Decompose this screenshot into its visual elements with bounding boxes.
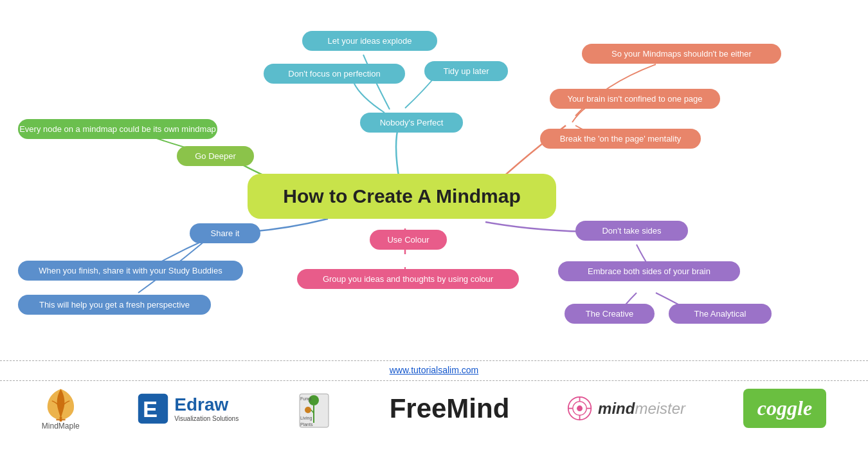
coggle-label: coggle: [757, 396, 812, 420]
group-ideas-node: Group you ideas and thoughts by using co…: [297, 269, 519, 289]
svg-rect-1: [56, 419, 66, 420]
so-mindmaps-node: So your Mindmaps shouldn't be either: [582, 44, 781, 64]
mindmap-area: How to Create A Mindmap Nobody's Perfect…: [0, 0, 868, 360]
svg-point-8: [305, 407, 311, 413]
freemind-label: FreeMind: [390, 393, 510, 423]
svg-text:Fungi: Fungi: [300, 396, 312, 402]
svg-point-15: [577, 405, 583, 411]
go-deeper-node: Go Deeper: [177, 146, 254, 166]
mind-text: mind: [598, 400, 635, 417]
central-node: How to Create A Mindmap: [248, 174, 556, 219]
edraw-sub-label: Visualization Solutions: [174, 415, 239, 422]
brain-confined-node: Your brain isn't confined to one page: [550, 89, 720, 109]
edraw-text-block: Edraw Visualization Solutions: [174, 395, 239, 422]
every-node-node: Every node on a mindmap could be its own…: [18, 119, 217, 139]
mindmeister-logo: mindmeister: [567, 396, 685, 422]
meister-text: meister: [635, 400, 685, 417]
tidy-later-node: Tidy up later: [424, 61, 508, 81]
footer: www.tutorialsalim.com MindMaple: [0, 360, 868, 455]
freemind-logo: FreeMind: [390, 393, 510, 424]
edraw-logo: E Edraw Visualization Solutions: [137, 393, 239, 425]
mindmeister-text: mindmeister: [598, 400, 685, 418]
mindmaple-logo: MindMaple: [42, 386, 80, 431]
nobodys-perfect-node: Nobody's Perfect: [360, 113, 463, 133]
share-it-node: Share it: [190, 223, 260, 243]
website-link[interactable]: www.tutorialsalim.com: [390, 365, 478, 375]
let-ideas-node: Let your ideas explode: [302, 31, 437, 51]
the-analytical-node: The Analytical: [669, 304, 772, 324]
dont-take-sides-node: Don't take sides: [575, 221, 688, 241]
svg-text:E: E: [143, 397, 158, 422]
mindmaple-label: MindMaple: [42, 422, 80, 431]
embrace-both-node: Embrace both sides of your brain: [558, 261, 740, 281]
break-mentality-node: Break the 'on the page' mentality: [540, 129, 701, 149]
coggle-logo: coggle: [743, 389, 826, 428]
footer-logos: MindMaple E Edraw Visualization Solution…: [0, 380, 868, 436]
edraw-label: Edraw: [174, 395, 239, 415]
when-finish-node: When you finish, share it with your Stud…: [18, 261, 243, 281]
use-colour-node: Use Colour: [370, 230, 447, 250]
the-creative-node: The Creative: [565, 304, 655, 324]
fresh-perspective-node: This will help you get a fresh perspecti…: [18, 295, 211, 315]
footer-link-area[interactable]: www.tutorialsalim.com: [0, 361, 868, 380]
svg-text:Plants: Plants: [300, 422, 313, 427]
svg-text:Living: Living: [300, 416, 312, 421]
dont-focus-node: Don't focus on perfection: [264, 64, 405, 84]
mindmap-book-icon: Fungi Living Plants: [296, 387, 332, 429]
